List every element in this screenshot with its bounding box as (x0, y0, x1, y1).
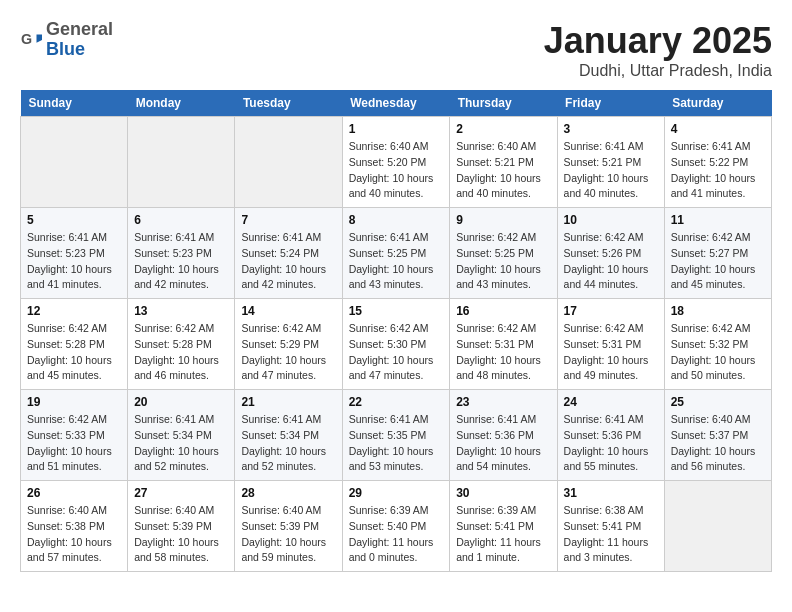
day-number: 18 (671, 304, 765, 318)
day-header-sunday: Sunday (21, 90, 128, 117)
day-number: 27 (134, 486, 228, 500)
calendar-cell: 29Sunrise: 6:39 AM Sunset: 5:40 PM Dayli… (342, 481, 450, 572)
calendar-cell: 3Sunrise: 6:41 AM Sunset: 5:21 PM Daylig… (557, 117, 664, 208)
calendar-subtitle: Dudhi, Uttar Pradesh, India (544, 62, 772, 80)
calendar-cell: 22Sunrise: 6:41 AM Sunset: 5:35 PM Dayli… (342, 390, 450, 481)
calendar-cell: 11Sunrise: 6:42 AM Sunset: 5:27 PM Dayli… (664, 208, 771, 299)
calendar-cell: 20Sunrise: 6:41 AM Sunset: 5:34 PM Dayli… (128, 390, 235, 481)
day-info: Sunrise: 6:41 AM Sunset: 5:22 PM Dayligh… (671, 139, 765, 202)
day-info: Sunrise: 6:39 AM Sunset: 5:41 PM Dayligh… (456, 503, 550, 566)
day-info: Sunrise: 6:42 AM Sunset: 5:29 PM Dayligh… (241, 321, 335, 384)
day-number: 19 (27, 395, 121, 409)
title-block: January 2025 Dudhi, Uttar Pradesh, India (544, 20, 772, 80)
calendar-cell: 21Sunrise: 6:41 AM Sunset: 5:34 PM Dayli… (235, 390, 342, 481)
logo-text: General Blue (46, 20, 113, 60)
day-number: 10 (564, 213, 658, 227)
day-number: 1 (349, 122, 444, 136)
day-info: Sunrise: 6:41 AM Sunset: 5:36 PM Dayligh… (564, 412, 658, 475)
day-number: 15 (349, 304, 444, 318)
day-number: 16 (456, 304, 550, 318)
day-info: Sunrise: 6:40 AM Sunset: 5:38 PM Dayligh… (27, 503, 121, 566)
day-header-thursday: Thursday (450, 90, 557, 117)
day-info: Sunrise: 6:41 AM Sunset: 5:35 PM Dayligh… (349, 412, 444, 475)
day-number: 31 (564, 486, 658, 500)
day-number: 12 (27, 304, 121, 318)
calendar-cell: 16Sunrise: 6:42 AM Sunset: 5:31 PM Dayli… (450, 299, 557, 390)
day-info: Sunrise: 6:42 AM Sunset: 5:28 PM Dayligh… (134, 321, 228, 384)
week-row-2: 5Sunrise: 6:41 AM Sunset: 5:23 PM Daylig… (21, 208, 772, 299)
calendar-cell: 25Sunrise: 6:40 AM Sunset: 5:37 PM Dayli… (664, 390, 771, 481)
calendar-header-row: SundayMondayTuesdayWednesdayThursdayFrid… (21, 90, 772, 117)
calendar-cell: 1Sunrise: 6:40 AM Sunset: 5:20 PM Daylig… (342, 117, 450, 208)
day-info: Sunrise: 6:41 AM Sunset: 5:25 PM Dayligh… (349, 230, 444, 293)
day-number: 8 (349, 213, 444, 227)
day-info: Sunrise: 6:41 AM Sunset: 5:36 PM Dayligh… (456, 412, 550, 475)
day-info: Sunrise: 6:42 AM Sunset: 5:32 PM Dayligh… (671, 321, 765, 384)
calendar-cell (664, 481, 771, 572)
day-header-monday: Monday (128, 90, 235, 117)
day-info: Sunrise: 6:42 AM Sunset: 5:31 PM Dayligh… (564, 321, 658, 384)
day-info: Sunrise: 6:42 AM Sunset: 5:25 PM Dayligh… (456, 230, 550, 293)
calendar-cell: 23Sunrise: 6:41 AM Sunset: 5:36 PM Dayli… (450, 390, 557, 481)
day-info: Sunrise: 6:41 AM Sunset: 5:23 PM Dayligh… (27, 230, 121, 293)
calendar-cell: 2Sunrise: 6:40 AM Sunset: 5:21 PM Daylig… (450, 117, 557, 208)
calendar-cell: 14Sunrise: 6:42 AM Sunset: 5:29 PM Dayli… (235, 299, 342, 390)
logo-icon: G (20, 29, 42, 51)
day-number: 22 (349, 395, 444, 409)
day-number: 14 (241, 304, 335, 318)
day-number: 30 (456, 486, 550, 500)
calendar-cell: 4Sunrise: 6:41 AM Sunset: 5:22 PM Daylig… (664, 117, 771, 208)
day-info: Sunrise: 6:42 AM Sunset: 5:27 PM Dayligh… (671, 230, 765, 293)
calendar-cell: 17Sunrise: 6:42 AM Sunset: 5:31 PM Dayli… (557, 299, 664, 390)
day-header-tuesday: Tuesday (235, 90, 342, 117)
day-number: 28 (241, 486, 335, 500)
day-number: 24 (564, 395, 658, 409)
calendar-cell: 10Sunrise: 6:42 AM Sunset: 5:26 PM Dayli… (557, 208, 664, 299)
day-header-wednesday: Wednesday (342, 90, 450, 117)
day-number: 25 (671, 395, 765, 409)
calendar-cell: 5Sunrise: 6:41 AM Sunset: 5:23 PM Daylig… (21, 208, 128, 299)
calendar-cell: 13Sunrise: 6:42 AM Sunset: 5:28 PM Dayli… (128, 299, 235, 390)
calendar-cell: 31Sunrise: 6:38 AM Sunset: 5:41 PM Dayli… (557, 481, 664, 572)
day-number: 23 (456, 395, 550, 409)
calendar-cell (21, 117, 128, 208)
day-number: 21 (241, 395, 335, 409)
calendar-cell: 9Sunrise: 6:42 AM Sunset: 5:25 PM Daylig… (450, 208, 557, 299)
calendar-cell: 8Sunrise: 6:41 AM Sunset: 5:25 PM Daylig… (342, 208, 450, 299)
calendar-cell: 24Sunrise: 6:41 AM Sunset: 5:36 PM Dayli… (557, 390, 664, 481)
week-row-1: 1Sunrise: 6:40 AM Sunset: 5:20 PM Daylig… (21, 117, 772, 208)
day-info: Sunrise: 6:41 AM Sunset: 5:24 PM Dayligh… (241, 230, 335, 293)
logo-general: General (46, 20, 113, 40)
day-info: Sunrise: 6:41 AM Sunset: 5:21 PM Dayligh… (564, 139, 658, 202)
day-info: Sunrise: 6:42 AM Sunset: 5:30 PM Dayligh… (349, 321, 444, 384)
day-number: 5 (27, 213, 121, 227)
week-row-5: 26Sunrise: 6:40 AM Sunset: 5:38 PM Dayli… (21, 481, 772, 572)
week-row-3: 12Sunrise: 6:42 AM Sunset: 5:28 PM Dayli… (21, 299, 772, 390)
calendar-cell: 7Sunrise: 6:41 AM Sunset: 5:24 PM Daylig… (235, 208, 342, 299)
day-number: 3 (564, 122, 658, 136)
week-row-4: 19Sunrise: 6:42 AM Sunset: 5:33 PM Dayli… (21, 390, 772, 481)
day-header-saturday: Saturday (664, 90, 771, 117)
calendar-cell: 6Sunrise: 6:41 AM Sunset: 5:23 PM Daylig… (128, 208, 235, 299)
day-number: 13 (134, 304, 228, 318)
day-info: Sunrise: 6:40 AM Sunset: 5:39 PM Dayligh… (241, 503, 335, 566)
calendar-cell: 26Sunrise: 6:40 AM Sunset: 5:38 PM Dayli… (21, 481, 128, 572)
calendar-cell: 27Sunrise: 6:40 AM Sunset: 5:39 PM Dayli… (128, 481, 235, 572)
calendar-title: January 2025 (544, 20, 772, 62)
day-number: 17 (564, 304, 658, 318)
day-info: Sunrise: 6:42 AM Sunset: 5:28 PM Dayligh… (27, 321, 121, 384)
page-header: G General Blue January 2025 Dudhi, Uttar… (20, 20, 772, 80)
day-info: Sunrise: 6:40 AM Sunset: 5:21 PM Dayligh… (456, 139, 550, 202)
day-number: 20 (134, 395, 228, 409)
day-number: 2 (456, 122, 550, 136)
day-number: 6 (134, 213, 228, 227)
day-info: Sunrise: 6:40 AM Sunset: 5:37 PM Dayligh… (671, 412, 765, 475)
logo: G General Blue (20, 20, 113, 60)
calendar-cell: 18Sunrise: 6:42 AM Sunset: 5:32 PM Dayli… (664, 299, 771, 390)
logo-blue: Blue (46, 40, 113, 60)
day-info: Sunrise: 6:42 AM Sunset: 5:26 PM Dayligh… (564, 230, 658, 293)
calendar-table: SundayMondayTuesdayWednesdayThursdayFrid… (20, 90, 772, 572)
calendar-cell: 30Sunrise: 6:39 AM Sunset: 5:41 PM Dayli… (450, 481, 557, 572)
calendar-cell (128, 117, 235, 208)
day-info: Sunrise: 6:38 AM Sunset: 5:41 PM Dayligh… (564, 503, 658, 566)
